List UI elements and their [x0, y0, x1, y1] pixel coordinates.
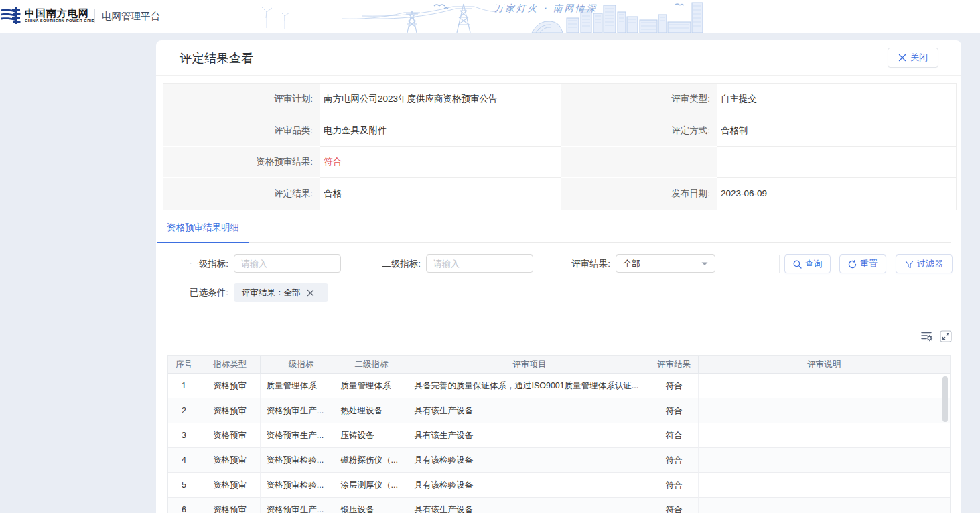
table-cell: 磁粉探伤仪（...	[334, 448, 410, 473]
csg-logo-icon	[1, 6, 21, 25]
table-header-cell: 评审结果	[650, 356, 699, 374]
table-row: 4资格预审资格预审检验...磁粉探伤仪（...具有该检验设备符合	[168, 448, 950, 473]
table-cell: 资格预审	[200, 448, 261, 473]
detail-value: 电力金具及附件	[320, 115, 561, 147]
table-cell: 资格预审生产...	[261, 498, 334, 513]
table-cell	[699, 423, 950, 448]
detail-value: 2023-06-09	[717, 178, 956, 210]
table-cell	[699, 374, 950, 398]
table-row: 3资格预审资格预审生产...压铸设备具有该生产设备符合	[168, 423, 950, 448]
banner-slogan: 万家灯火 · 南网情深	[492, 3, 600, 15]
table-cell: 资格预审生产...	[261, 398, 334, 423]
reset-button[interactable]: 重置	[839, 254, 886, 273]
table-cell: 资格预审	[200, 374, 261, 398]
table-row: 5资格预审资格预审检验...涂层测厚仪（...具有该检验设备符合	[168, 473, 950, 498]
detail-label: 评审类型:	[561, 84, 717, 115]
table-cell: 质量管理体系	[334, 374, 410, 398]
table-cell: 具有该检验设备	[409, 473, 650, 498]
header-divider	[94, 9, 95, 23]
table-cell	[699, 398, 950, 423]
table-cell: 2	[168, 398, 200, 423]
table-cell: 5	[168, 473, 200, 498]
detail-label: 评定结果:	[163, 178, 320, 210]
selected-conditions-label: 已选条件:	[155, 283, 228, 302]
logo: 中国南方电网 CHINA SOUTHERN POWER GRID	[1, 6, 95, 25]
table-cell: 具有该生产设备	[409, 423, 650, 448]
table-cell	[699, 448, 950, 473]
table-row: 1资格预审质量管理体系质量管理体系具备完善的质量保证体系，通过ISO9001质量…	[168, 374, 950, 398]
detail-label: 资格预审结果:	[163, 147, 320, 178]
table-cell: 资格预审生产...	[261, 423, 334, 448]
table-cell	[699, 498, 950, 513]
chevron-down-icon	[701, 262, 708, 266]
level1-indicator-label: 一级指标:	[155, 254, 228, 273]
table-cell: 热处理设备	[334, 398, 410, 423]
table-cell: 1	[168, 374, 200, 398]
filter-divider	[779, 255, 780, 273]
table-cell: 资格预审	[200, 473, 261, 498]
results-table: 序号指标类型一级指标二级指标评审项目评审结果评审说明1资格预审质量管理体系质量管…	[167, 355, 951, 513]
banner-illustration	[248, 0, 717, 33]
detail-label: 评审品类:	[163, 115, 320, 147]
detail-row: 评审品类:电力金具及附件评定方式:合格制	[163, 115, 956, 147]
detail-row: 评定结果:合格发布日期:2023-06-09	[163, 178, 956, 210]
platform-title: 电网管理平台	[102, 0, 160, 33]
result-view-panel: 评定结果查看 关闭 评审计划:南方电网公司2023年度供应商资格预审公告评审类型…	[156, 40, 961, 513]
table-cell: 4	[168, 448, 200, 473]
table-cell: 符合	[650, 448, 699, 473]
search-icon	[793, 260, 802, 269]
close-icon	[898, 54, 906, 62]
close-button[interactable]: 关闭	[888, 48, 938, 68]
reset-button-label: 重置	[860, 258, 878, 270]
level2-indicator-label: 二级指标:	[347, 254, 421, 273]
table-row: 6资格预审资格预审生产...锻压设备具有该生产设备符合	[168, 498, 950, 513]
table-cell: 具有该检验设备	[409, 448, 650, 473]
level1-indicator-input[interactable]	[234, 254, 341, 273]
review-result-label: 评审结果:	[537, 254, 610, 273]
table-header-cell: 一级指标	[261, 356, 334, 374]
table-cell: 符合	[650, 398, 699, 423]
column-settings-button[interactable]	[920, 329, 933, 342]
close-button-label: 关闭	[910, 52, 928, 64]
list-settings-icon	[920, 329, 933, 342]
filter-icon	[905, 260, 914, 269]
table-cell: 资格预审	[200, 498, 261, 513]
detail-row: 资格预审结果:符合	[163, 147, 956, 178]
table-scrollbar[interactable]	[942, 376, 948, 422]
table-header-row: 序号指标类型一级指标二级指标评审项目评审结果评审说明	[168, 356, 950, 374]
table-cell: 3	[168, 423, 200, 448]
table-header-cell: 序号	[168, 356, 200, 374]
title-divider	[156, 75, 961, 76]
table-cell: 压铸设备	[334, 423, 410, 448]
detail-label	[561, 147, 717, 178]
table-header-cell: 评审项目	[409, 356, 650, 374]
table-cell: 符合	[650, 498, 699, 513]
table-cell: 锻压设备	[334, 498, 410, 513]
review-result-select[interactable]: 全部	[616, 254, 715, 273]
detail-value: 自主提交	[717, 84, 956, 115]
search-button-label: 查询	[805, 258, 823, 270]
filter-button-label: 过滤器	[917, 258, 943, 270]
table-cell: 具备完善的质量保证体系，通过ISO9001质量管理体系认证...	[409, 374, 650, 398]
table-header-cell: 二级指标	[334, 356, 410, 374]
selected-condition-tag: 评审结果：全部	[234, 283, 328, 302]
table-header-cell: 评审说明	[699, 356, 950, 374]
table-cell: 资格预审检验...	[261, 448, 334, 473]
expand-icon	[940, 330, 952, 342]
refresh-icon	[848, 260, 857, 269]
level2-indicator-input[interactable]	[426, 254, 533, 273]
search-button[interactable]: 查询	[784, 254, 831, 273]
tab-prequalification-detail[interactable]: 资格预审结果明细	[157, 217, 249, 243]
table-cell	[699, 473, 950, 498]
table-cell: 质量管理体系	[261, 374, 334, 398]
tag-close-icon[interactable]	[307, 289, 314, 297]
fullscreen-button[interactable]	[939, 329, 952, 342]
review-result-select-value: 全部	[623, 258, 701, 270]
filter-button[interactable]: 过滤器	[896, 254, 953, 273]
logo-text-en: CHINA SOUTHERN POWER GRID	[25, 19, 95, 23]
table-cell: 符合	[650, 473, 699, 498]
table-cell: 符合	[650, 423, 699, 448]
table-cell: 6	[168, 498, 200, 513]
table-cell: 涂层测厚仪（...	[334, 473, 410, 498]
page-title: 评定结果查看	[180, 40, 254, 75]
